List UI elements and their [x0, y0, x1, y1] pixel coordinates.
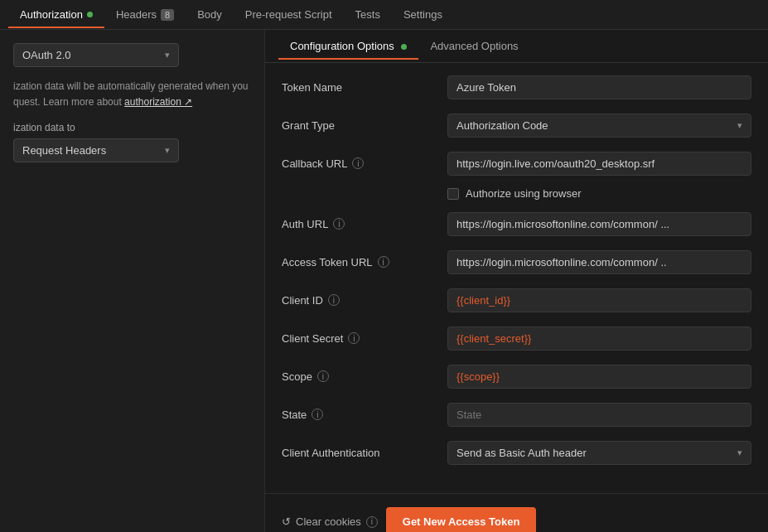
- authorization-link[interactable]: authorization ↗: [124, 96, 192, 108]
- client-id-label: Client ID i: [282, 294, 447, 307]
- request-headers-value: Request Headers: [22, 144, 106, 157]
- state-value: [447, 403, 751, 427]
- client-secret-row: Client Secret i: [282, 324, 751, 352]
- tab-settings-label: Settings: [403, 8, 442, 21]
- callback-url-input[interactable]: [447, 152, 751, 176]
- tab-pre-request-label: Pre-request Script: [245, 8, 332, 21]
- callback-url-row: Callback URL i: [282, 149, 751, 177]
- grant-type-label: Grant Type: [282, 119, 447, 132]
- scope-input[interactable]: [447, 365, 751, 389]
- state-row: State i: [282, 400, 751, 428]
- grant-type-chevron: ▾: [737, 120, 742, 131]
- auth-url-value: [447, 212, 751, 236]
- add-to-row: ization data to: [13, 122, 251, 133]
- grant-type-select[interactable]: Authorization Code ▾: [447, 114, 751, 138]
- oauth-type-value: OAuth 2.0: [22, 49, 71, 61]
- oauth-type-select[interactable]: OAuth 2.0 ▾: [13, 43, 179, 67]
- state-input[interactable]: [447, 403, 751, 427]
- access-token-url-input[interactable]: [447, 250, 751, 274]
- client-auth-row: Client Authentication Send as Basic Auth…: [282, 438, 751, 467]
- tab-body[interactable]: Body: [186, 2, 234, 27]
- client-id-value: [447, 288, 751, 312]
- headers-badge: 8: [161, 9, 174, 21]
- add-to-label: ization data to: [13, 122, 75, 133]
- client-auth-value: Send as Basic Auth header ▾: [447, 441, 751, 465]
- request-headers-select[interactable]: Request Headers ▾: [13, 138, 179, 162]
- authorization-active-dot: [87, 12, 93, 17]
- access-token-url-info-icon[interactable]: i: [378, 256, 389, 268]
- info-text-block: ization data will be automatically gener…: [13, 79, 251, 110]
- tab-authorization[interactable]: Authorization: [8, 2, 104, 27]
- subtab-configuration[interactable]: Configuration Options: [278, 33, 418, 59]
- callback-url-info-icon[interactable]: i: [352, 157, 364, 169]
- token-name-input[interactable]: [447, 75, 751, 99]
- tab-settings[interactable]: Settings: [392, 2, 454, 27]
- subtab-configuration-label: Configuration Options: [290, 40, 394, 52]
- clear-cookies-info-icon[interactable]: i: [366, 516, 378, 528]
- access-token-url-label: Access Token URL i: [282, 256, 447, 268]
- get-token-label: Get New Access Token: [403, 515, 520, 528]
- top-navigation: Authorization Headers 8 Body Pre-request…: [0, 0, 768, 30]
- callback-url-label: Callback URL i: [282, 157, 447, 170]
- token-name-row: Token Name: [282, 73, 751, 101]
- client-secret-info-icon[interactable]: i: [348, 332, 360, 344]
- configuration-form: Token Name Grant Type Authorization Code…: [265, 63, 768, 486]
- client-auth-chevron: ▾: [737, 447, 742, 458]
- subtab-advanced[interactable]: Advanced Options: [418, 33, 529, 59]
- tab-authorization-label: Authorization: [20, 8, 83, 21]
- get-new-access-token-button[interactable]: Get New Access Token: [386, 507, 537, 532]
- auth-url-info-icon[interactable]: i: [333, 218, 345, 230]
- scope-row: Scope i: [282, 362, 751, 390]
- grant-type-row: Grant Type Authorization Code ▾: [282, 111, 751, 139]
- subtab-advanced-label: Advanced Options: [430, 40, 518, 52]
- client-id-row: Client ID i: [282, 286, 751, 314]
- clear-cookies-label: Clear cookies: [296, 515, 361, 528]
- state-info-icon[interactable]: i: [312, 409, 323, 420]
- auth-url-label: Auth URL i: [282, 218, 447, 230]
- info-text-1: ization data will be automatically gener…: [13, 80, 249, 92]
- client-id-info-icon[interactable]: i: [328, 294, 340, 306]
- info-text-2: quest. Learn more about: [13, 96, 122, 108]
- oauth-type-row: OAuth 2.0 ▾: [13, 43, 251, 67]
- callback-url-value: [447, 152, 751, 176]
- scope-value: [447, 365, 751, 389]
- client-secret-input[interactable]: [447, 326, 751, 351]
- tab-body-label: Body: [197, 8, 222, 21]
- configuration-dot: [401, 44, 407, 50]
- bottom-actions: ↺ Clear cookies i Get New Access Token: [265, 493, 768, 532]
- client-secret-label: Client Secret i: [282, 332, 447, 345]
- scope-info-icon[interactable]: i: [317, 370, 329, 382]
- request-headers-chevron: ▾: [165, 145, 170, 156]
- grant-type-value: Authorization Code ▾: [447, 114, 751, 138]
- oauth-type-chevron: ▾: [165, 50, 170, 60]
- access-token-url-value: [447, 250, 751, 274]
- tab-headers[interactable]: Headers 8: [104, 2, 186, 27]
- tab-tests[interactable]: Tests: [344, 2, 392, 27]
- tab-headers-label: Headers: [116, 8, 157, 21]
- sub-tabs: Configuration Options Advanced Options: [265, 30, 768, 63]
- access-token-url-row: Access Token URL i: [282, 248, 751, 276]
- auth-url-row: Auth URL i: [282, 210, 751, 238]
- state-label: State i: [282, 409, 447, 421]
- authorize-browser-row: Authorize using browser: [282, 187, 751, 200]
- tab-pre-request-script[interactable]: Pre-request Script: [234, 2, 344, 27]
- client-auth-select[interactable]: Send as Basic Auth header ▾: [447, 441, 751, 465]
- tab-tests-label: Tests: [355, 8, 380, 21]
- auth-url-input[interactable]: [447, 212, 751, 236]
- token-name-value: [447, 75, 751, 99]
- left-panel: OAuth 2.0 ▾ ization data will be automat…: [0, 30, 265, 532]
- client-secret-value: [447, 326, 751, 351]
- clear-cookies-icon: ↺: [282, 515, 291, 528]
- clear-cookies-button[interactable]: ↺ Clear cookies i: [282, 515, 378, 528]
- scope-label: Scope i: [282, 370, 447, 383]
- client-auth-label: Client Authentication: [282, 447, 447, 459]
- main-layout: OAuth 2.0 ▾ ization data will be automat…: [0, 30, 768, 532]
- client-id-input[interactable]: [447, 288, 751, 312]
- right-panel: Configuration Options Advanced Options T…: [265, 30, 768, 532]
- authorize-browser-checkbox[interactable]: [447, 188, 459, 200]
- token-name-label: Token Name: [282, 81, 447, 94]
- authorize-browser-label: Authorize using browser: [466, 187, 581, 200]
